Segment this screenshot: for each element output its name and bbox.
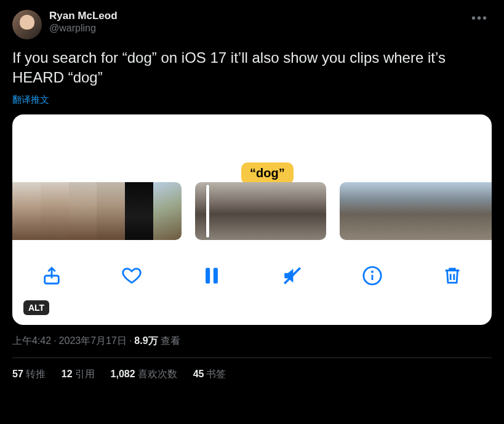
- timeline-frame: [390, 182, 415, 240]
- trash-icon: [442, 265, 463, 289]
- timeline-frame: [441, 182, 466, 240]
- stat-bookmarks[interactable]: 45书签: [193, 368, 226, 381]
- delete-button[interactable]: [439, 263, 466, 290]
- stat-likes[interactable]: 1,082喜欢次数: [111, 368, 177, 381]
- timeline-frame: [41, 182, 69, 240]
- media-toolbar: [12, 250, 492, 325]
- search-token-bubble: “dog”: [241, 162, 294, 184]
- stat-quotes[interactable]: 12引用: [62, 368, 95, 381]
- timeline-frame: [340, 182, 365, 240]
- playhead[interactable]: [206, 185, 209, 238]
- author-display-name: Ryan McLeod: [49, 10, 460, 22]
- avatar[interactable]: [12, 10, 42, 39]
- author-handle: @warpling: [49, 22, 460, 34]
- timeline-frame: [282, 182, 326, 240]
- author-block[interactable]: Ryan McLeod @warpling: [49, 10, 460, 34]
- timeline-frame: [416, 182, 441, 240]
- timeline-frame: [195, 182, 239, 240]
- tweet-date: 2023年7月17日: [59, 335, 127, 346]
- clip-group[interactable]: [340, 182, 492, 240]
- timeline-frame: [466, 182, 492, 240]
- tweet-meta[interactable]: 上午4:42·2023年7月17日·8.9万 查看: [12, 335, 492, 348]
- media-card[interactable]: “dog”: [12, 114, 492, 325]
- mute-icon: [282, 265, 303, 289]
- like-button[interactable]: [118, 263, 145, 290]
- timeline-frame: [239, 182, 282, 240]
- tweet-text: If you search for “dog” on iOS 17 it’ll …: [12, 48, 492, 88]
- views-count: 8.9万: [134, 335, 158, 346]
- svg-rect-2: [214, 268, 218, 284]
- timeline-frame: [69, 182, 97, 240]
- pause-button[interactable]: [198, 263, 225, 290]
- timeline-frame: [365, 182, 390, 240]
- stat-retweets[interactable]: 57转推: [12, 368, 46, 381]
- timeline-frame: [97, 182, 125, 240]
- clip-group-active[interactable]: [195, 182, 326, 240]
- tweet-stats: 57转推 12引用 1,082喜欢次数 45书签: [12, 368, 492, 381]
- views-label: 查看: [161, 335, 180, 346]
- svg-point-6: [372, 271, 372, 272]
- timeline-frame: [153, 182, 182, 240]
- pause-icon: [201, 265, 222, 289]
- alt-badge[interactable]: ALT: [23, 300, 49, 315]
- clip-group[interactable]: [12, 182, 182, 240]
- share-icon: [41, 265, 62, 289]
- timeline-frame: [125, 182, 153, 240]
- mute-button[interactable]: [279, 263, 306, 290]
- tweet-container: Ryan McLeod @warpling ••• If you search …: [0, 0, 504, 381]
- tweet-time: 上午4:42: [12, 335, 51, 346]
- info-button[interactable]: [359, 263, 386, 290]
- translate-tweet-link[interactable]: 翻译推文: [12, 94, 49, 106]
- share-button[interactable]: [38, 263, 65, 290]
- divider: [12, 358, 492, 358]
- svg-rect-1: [206, 268, 210, 284]
- heart-icon: [121, 265, 142, 289]
- more-options-button[interactable]: •••: [468, 10, 492, 26]
- info-icon: [362, 265, 383, 289]
- video-timeline[interactable]: [12, 182, 492, 240]
- timeline-frame: [12, 182, 41, 240]
- tweet-header: Ryan McLeod @warpling •••: [12, 10, 492, 39]
